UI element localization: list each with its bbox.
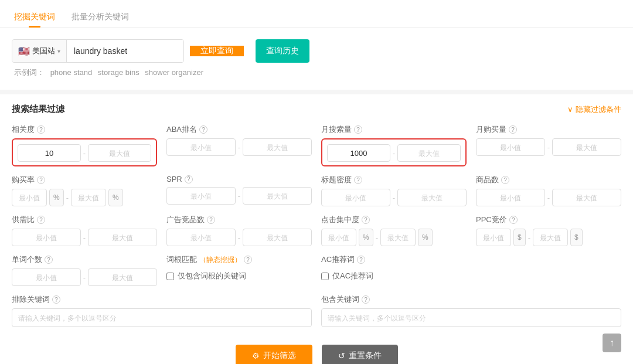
back-to-top-button[interactable]: ↑ [603,334,621,352]
relevance-max-input[interactable] [88,144,151,162]
supply-demand-info-icon[interactable]: ? [37,216,45,224]
reset-button[interactable]: ↺ 重置条件 [322,345,398,364]
filter-relevance: 相关度 ? - [12,124,157,166]
tab-batch-analysis[interactable]: 批量分析关键词 [69,7,131,27]
aba-rank-max-input[interactable] [243,138,312,156]
ac-recommend-checkbox-wrapper: 仅AC推荐词 [321,271,467,281]
include-keywords-input[interactable] [321,308,621,327]
title-density-inputs: - [321,189,467,206]
filter-ad-products: 广告竞品数 ? - [166,215,312,246]
supply-demand-min-input[interactable] [12,229,81,246]
word-count-info-icon[interactable]: ? [45,256,53,264]
spr-max-input[interactable] [243,187,312,205]
include-keywords-info-icon[interactable]: ? [362,295,370,304]
monthly-search-inputs: - [327,144,461,162]
aba-rank-info-icon[interactable]: ? [199,125,207,134]
buy-rate-max-unit: % [108,189,123,206]
example-shower-organizer[interactable]: shower organizer [145,68,203,77]
filter-supply-demand: 供需比 ? - [12,215,157,246]
monthly-buy-max-input[interactable] [552,138,621,156]
buy-rate-min-input[interactable] [12,189,47,206]
search-bar: 🇺🇸 美国站 ▾ [12,39,184,63]
bottom-buttons: ⚙ 开始筛选 ↺ 重置条件 [12,335,621,364]
product-count-min-input[interactable] [476,189,545,206]
filter-ac-recommend: AC推荐词 ? 仅AC推荐词 [321,254,467,286]
example-phone-stand[interactable]: phone stand [50,68,93,77]
click-concentration-min-unit: % [359,229,373,246]
example-storage-bins[interactable]: storage bins [98,68,139,77]
page-wrapper: 挖掘关键词 批量分析关键词 🇺🇸 美国站 ▾ 立即查询 查询历史 示例词： ph… [0,0,633,364]
ad-products-min-input[interactable] [166,229,236,246]
word-root-info-icon[interactable]: ? [244,256,252,264]
ppc-price-max-input[interactable] [533,229,568,246]
product-count-info-icon[interactable]: ? [501,176,509,184]
country-select[interactable]: 🇺🇸 美国站 ▾ [12,40,67,62]
monthly-buy-min-input[interactable] [476,138,545,156]
product-count-max-input[interactable] [552,189,621,206]
tab-keyword-mining[interactable]: 挖掘关键词 [12,7,57,27]
click-concentration-inputs: % - % [321,229,467,246]
relevance-min-input[interactable] [18,144,81,162]
reset-icon: ↺ [338,351,345,360]
include-keywords-label: 包含关键词 ? [321,294,621,305]
aba-rank-min-input[interactable] [166,138,236,156]
monthly-buy-info-icon[interactable]: ? [509,125,517,134]
ad-products-max-input[interactable] [243,229,312,246]
ac-recommend-info-icon[interactable]: ? [357,256,365,264]
spr-info-icon[interactable]: ? [185,175,193,183]
include-keywords-item: 包含关键词 ? [321,294,621,327]
click-concentration-info-icon[interactable]: ? [362,216,370,224]
exclude-keywords-info-icon[interactable]: ? [52,295,60,304]
title-density-min-input[interactable] [321,189,390,206]
us-flag-icon: 🇺🇸 [18,46,30,57]
relevance-info-icon[interactable]: ? [37,125,45,134]
exclude-keywords-label: 排除关键词 ? [12,294,312,305]
click-concentration-min-input[interactable] [321,229,356,246]
ac-recommend-checkbox[interactable] [321,273,329,280]
title-density-info-icon[interactable]: ? [354,176,362,184]
filter-row-4-spacer [476,254,621,286]
ppc-price-label: PPC竞价 ? [476,215,621,225]
word-count-min-input[interactable] [12,268,81,286]
query-button[interactable]: 立即查询 [190,46,244,56]
filter-header: 搜索结果过滤 ∨ 隐藏过滤条件 [12,104,621,115]
filter-ppc-price: PPC竞价 ? $ - $ [476,215,621,246]
section-divider [0,90,633,94]
filter-word-count: 单词个数 ? - [12,254,157,286]
monthly-search-sep: - [393,149,395,158]
ppc-price-inputs: $ - $ [476,229,621,246]
ac-recommend-checkbox-label[interactable]: 仅AC推荐词 [332,271,373,281]
chevron-down-icon: ▾ [57,48,60,55]
supply-demand-inputs: - [12,229,157,246]
ppc-price-info-icon[interactable]: ? [509,216,518,224]
monthly-search-min-input[interactable] [327,144,390,162]
word-root-checkbox[interactable] [166,273,174,280]
word-root-checkbox-label[interactable]: 仅包含词根的关键词 [178,271,246,281]
history-button[interactable]: 查询历史 [256,39,309,63]
relevance-sep: - [83,149,86,158]
spr-min-input[interactable] [166,187,236,205]
monthly-buy-label: 月购买量 ? [476,124,621,135]
buy-rate-inputs: % - % [12,189,157,206]
ad-products-label: 广告竞品数 ? [166,215,312,225]
product-count-inputs: - [476,189,621,206]
ppc-price-min-input[interactable] [476,229,511,246]
exclude-keywords-input[interactable] [12,308,312,327]
monthly-search-info-icon[interactable]: ? [354,125,362,134]
collapse-button[interactable]: ∨ 隐藏过滤条件 [567,104,621,115]
monthly-buy-sep: - [547,143,550,152]
exclude-keywords-item: 排除关键词 ? [12,294,312,327]
buy-rate-max-input[interactable] [71,189,106,206]
title-density-max-input[interactable] [397,189,467,206]
ppc-price-min-unit: $ [513,229,526,246]
supply-demand-max-input[interactable] [88,229,157,246]
spr-label: SPR ? [166,175,312,183]
monthly-search-max-input[interactable] [397,144,461,162]
word-count-max-input[interactable] [88,268,157,286]
click-concentration-max-input[interactable] [380,229,416,246]
search-input[interactable] [67,40,183,62]
ad-products-info-icon[interactable]: ? [207,216,215,224]
filter-button[interactable]: ⚙ 开始筛选 [236,345,312,364]
buy-rate-info-icon[interactable]: ? [37,176,45,184]
examples: 示例词： phone stand storage bins shower org… [14,67,621,78]
